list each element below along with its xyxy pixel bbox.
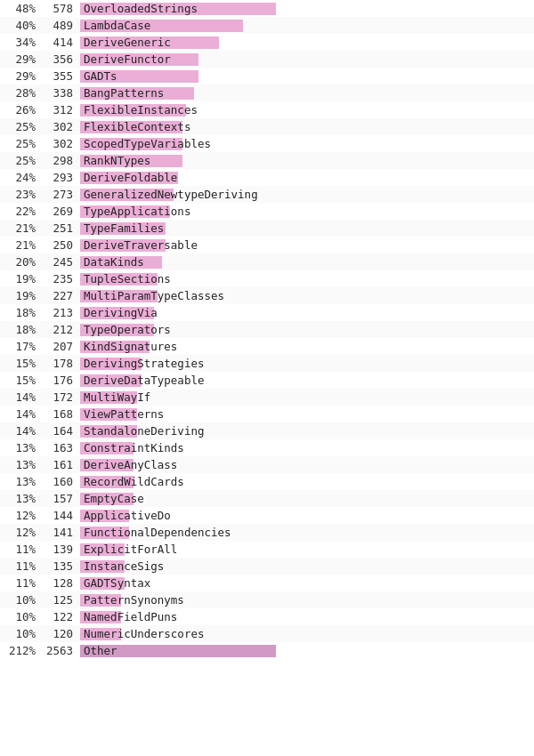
extension-label: TypeFamilies <box>80 221 164 235</box>
pct-cell: 18% <box>0 306 43 319</box>
pct-cell: 34% <box>0 36 43 49</box>
bar-wrapper: GADTs <box>80 68 534 84</box>
bar-wrapper: DeriveFunctor <box>80 52 534 67</box>
table-row: 13% 161 DeriveAnyClass <box>0 456 534 473</box>
bar-label-cell: DerivingStrategies <box>80 356 534 371</box>
table-row: 21% 250 DeriveTraversable <box>0 237 534 253</box>
data-table: 48% 578 OverloadedStrings 40% 489 Lambda… <box>0 0 534 659</box>
bar-label-cell: ViewPatterns <box>80 406 534 422</box>
bar-wrapper: ScopedTypeVariables <box>80 136 534 151</box>
extension-label: ViewPatterns <box>80 407 164 421</box>
bar-label-cell: ConstraintKinds <box>80 440 534 455</box>
count-cell: 125 <box>43 593 80 607</box>
pct-cell: 23% <box>0 188 43 201</box>
extension-label: ApplicativeDo <box>80 509 171 522</box>
count-cell: 168 <box>43 407 80 421</box>
table-row: 13% 157 EmptyCase <box>0 490 534 507</box>
table-row: 29% 356 DeriveFunctor <box>0 51 534 68</box>
extension-label: RankNTypes <box>80 154 150 167</box>
bar-wrapper: LambdaCase <box>80 18 534 33</box>
extension-label: DeriveFunctor <box>80 52 171 66</box>
extension-label: DeriveTraversable <box>80 238 198 252</box>
table-row: 12% 144 ApplicativeDo <box>0 507 534 524</box>
table-row: 212% 2563 Other <box>0 642 534 659</box>
extension-label: TupleSections <box>80 272 171 286</box>
extension-label: KindSignatures <box>80 340 177 353</box>
table-row: 34% 414 DeriveGeneric <box>0 34 534 51</box>
pct-cell: 28% <box>0 86 43 100</box>
extension-label: TypeApplications <box>80 205 190 218</box>
extension-label: DataKinds <box>80 255 144 269</box>
bar-wrapper: BangPatterns <box>80 85 534 101</box>
count-cell: 356 <box>43 52 80 66</box>
bar-label-cell: TupleSections <box>80 271 534 286</box>
bar-wrapper: RecordWildCards <box>80 474 534 489</box>
bar-label-cell: RankNTypes <box>80 153 534 168</box>
bar-wrapper: Other <box>80 643 534 658</box>
count-cell: 144 <box>43 509 80 522</box>
bar-wrapper: MultiParamTypeClasses <box>80 288 534 303</box>
extension-label: GeneralizedNewtypeDeriving <box>80 188 258 201</box>
extension-label: LambdaCase <box>80 19 150 32</box>
table-row: 11% 128 GADTSyntax <box>0 575 534 591</box>
table-row: 25% 302 ScopedTypeVariables <box>0 135 534 152</box>
bar-wrapper: TypeApplications <box>80 204 534 219</box>
bar-label-cell: RecordWildCards <box>80 474 534 489</box>
bar-label-cell: GADTSyntax <box>80 575 534 591</box>
count-cell: 157 <box>43 492 80 505</box>
table-row: 19% 235 TupleSections <box>0 270 534 287</box>
extension-label: GADTs <box>80 69 117 83</box>
pct-cell: 13% <box>0 458 43 471</box>
table-row: 18% 212 TypeOperators <box>0 321 534 338</box>
bar-wrapper: DerivingStrategies <box>80 356 534 371</box>
table-row: 18% 213 DerivingVia <box>0 304 534 321</box>
count-cell: 163 <box>43 441 80 454</box>
bar-label-cell: TypeOperators <box>80 322 534 337</box>
pct-cell: 19% <box>0 272 43 286</box>
extension-label: TypeOperators <box>80 323 171 336</box>
table-row: 28% 338 BangPatterns <box>0 84 534 101</box>
table-row: 11% 135 InstanceSigs <box>0 558 534 575</box>
table-row: 10% 122 NamedFieldPuns <box>0 608 534 625</box>
table-row: 23% 273 GeneralizedNewtypeDeriving <box>0 186 534 203</box>
bar-label-cell: GeneralizedNewtypeDeriving <box>80 187 534 202</box>
bar-wrapper: TypeFamilies <box>80 221 534 236</box>
pct-cell: 25% <box>0 137 43 150</box>
bar-label-cell: TypeApplications <box>80 204 534 219</box>
pct-cell: 48% <box>0 2 43 15</box>
extension-label: FunctionalDependencies <box>80 526 231 539</box>
bar-label-cell: MultiWayIf <box>80 390 534 405</box>
table-row: 15% 176 DeriveDataTypeable <box>0 372 534 389</box>
table-row: 48% 578 OverloadedStrings <box>0 0 534 17</box>
extension-label: PatternSynonyms <box>80 593 184 607</box>
bar-wrapper: GeneralizedNewtypeDeriving <box>80 187 534 202</box>
extension-label: FlexibleContexts <box>80 120 190 133</box>
bar-label-cell: DeriveDataTypeable <box>80 373 534 388</box>
count-cell: 178 <box>43 357 80 370</box>
extension-label: NumericUnderscores <box>80 627 204 640</box>
pct-cell: 15% <box>0 374 43 387</box>
count-cell: 302 <box>43 120 80 133</box>
count-cell: 293 <box>43 171 80 184</box>
bar-label-cell: StandaloneDeriving <box>80 423 534 438</box>
bar-wrapper: FlexibleInstances <box>80 102 534 117</box>
count-cell: 245 <box>43 255 80 269</box>
count-cell: 141 <box>43 526 80 539</box>
extension-label: ExplicitForAll <box>80 543 177 556</box>
extension-label: DeriveDataTypeable <box>80 374 204 387</box>
bar-wrapper: ConstraintKinds <box>80 440 534 455</box>
bar-wrapper: NumericUnderscores <box>80 626 534 641</box>
count-cell: 338 <box>43 86 80 100</box>
extension-label: MultiParamTypeClasses <box>80 289 224 302</box>
bar-label-cell: ApplicativeDo <box>80 508 534 523</box>
pct-cell: 18% <box>0 323 43 336</box>
pct-cell: 29% <box>0 52 43 66</box>
table-row: 24% 293 DeriveFoldable <box>0 169 534 186</box>
bar-label-cell: DataKinds <box>80 254 534 269</box>
bar-wrapper: DerivingVia <box>80 305 534 320</box>
bar-label-cell: FlexibleContexts <box>80 119 534 134</box>
bar-wrapper: ExplicitForAll <box>80 542 534 557</box>
table-row: 14% 164 StandaloneDeriving <box>0 422 534 439</box>
count-cell: 122 <box>43 610 80 623</box>
table-row: 21% 251 TypeFamilies <box>0 220 534 237</box>
